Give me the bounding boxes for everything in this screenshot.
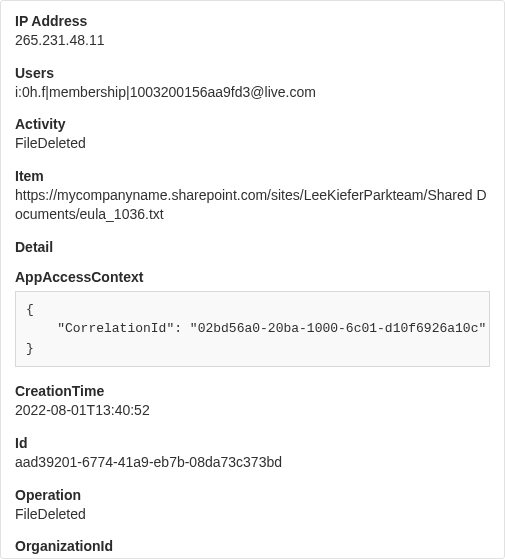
- value-operation: FileDeleted: [15, 505, 490, 525]
- field-operation: Operation FileDeleted: [15, 487, 490, 525]
- field-users: Users i:0h.f|membership|1003200156aa9fd3…: [15, 65, 490, 103]
- details-panel: IP Address 265.231.48.11 Users i:0h.f|me…: [0, 0, 505, 559]
- label-activity: Activity: [15, 116, 490, 132]
- label-operation: Operation: [15, 487, 490, 503]
- label-id: Id: [15, 435, 490, 451]
- label-creation-time: CreationTime: [15, 383, 490, 399]
- field-organization-id: OrganizationId df187aa2-e964-4877-a0c0-0…: [15, 538, 490, 559]
- value-users: i:0h.f|membership|1003200156aa9fd3@live.…: [15, 83, 490, 103]
- field-ip-address: IP Address 265.231.48.11: [15, 13, 490, 51]
- code-app-access-context: { "CorrelationId": "02bd56a0-20ba-1000-6…: [15, 291, 490, 368]
- section-header-detail: Detail: [15, 239, 490, 255]
- value-id: aad39201-6774-41a9-eb7b-08da73c373bd: [15, 453, 490, 473]
- value-ip-address: 265.231.48.11: [15, 31, 490, 51]
- label-app-access-context: AppAccessContext: [15, 269, 490, 285]
- field-app-access-context: AppAccessContext: [15, 269, 490, 285]
- value-activity: FileDeleted: [15, 134, 490, 154]
- field-activity: Activity FileDeleted: [15, 116, 490, 154]
- label-users: Users: [15, 65, 490, 81]
- field-creation-time: CreationTime 2022-08-01T13:40:52: [15, 383, 490, 421]
- field-id: Id aad39201-6774-41a9-eb7b-08da73c373bd: [15, 435, 490, 473]
- label-ip-address: IP Address: [15, 13, 490, 29]
- field-item: Item https://mycompanyname.sharepoint.co…: [15, 168, 490, 225]
- value-creation-time: 2022-08-01T13:40:52: [15, 401, 490, 421]
- value-item: https://mycompanyname.sharepoint.com/sit…: [15, 186, 490, 225]
- label-organization-id: OrganizationId: [15, 538, 490, 554]
- label-item: Item: [15, 168, 490, 184]
